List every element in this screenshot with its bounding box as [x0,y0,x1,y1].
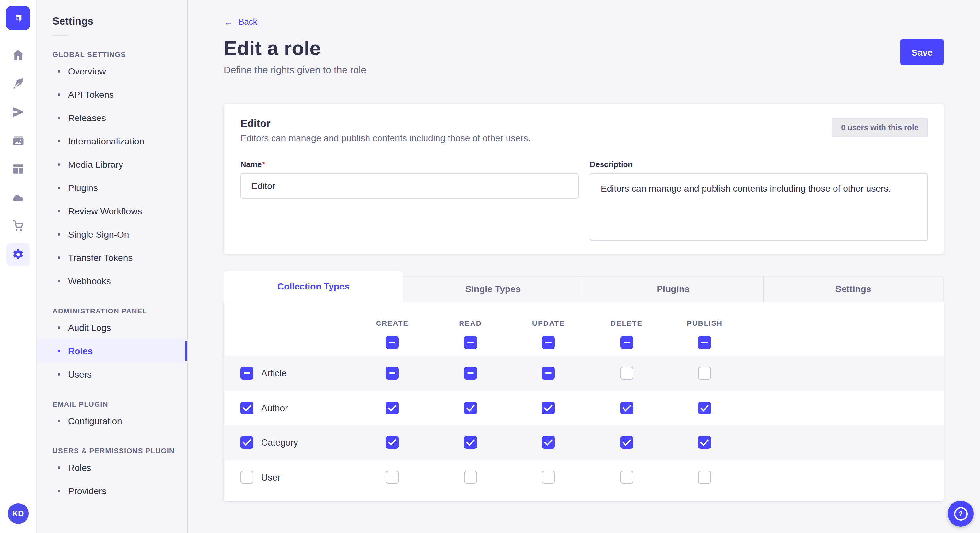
role-description-input[interactable]: Editors can manage and publish contents … [590,173,928,241]
bullet-dot [58,140,60,143]
row-checkbox-author[interactable] [240,401,253,414]
sidebar-item-api-tokens[interactable]: API Tokens [37,83,187,106]
sidebar-item-internationalization[interactable]: Internationalization [37,130,187,153]
checkbox-user-update[interactable] [542,471,555,484]
cart-icon[interactable] [10,218,26,234]
row-label: Article [261,368,286,379]
sidebar-item-providers[interactable]: Providers [37,479,187,503]
main-content: ← Back Edit a role Define the rights giv… [188,0,980,533]
sidebar-item-label: Overview [68,66,106,76]
sidebar-item-webhooks[interactable]: Webhooks [37,270,187,293]
sidebar-item-users[interactable]: Users [37,363,187,386]
page-header: Edit a role Define the rights given to t… [224,37,944,75]
column-header-delete: Delete [587,319,666,327]
checkbox-author-update[interactable] [542,401,555,414]
checkbox-author-publish[interactable] [698,401,711,414]
row-label: User [261,472,280,482]
checkbox-category-create[interactable] [386,436,399,449]
users-permissions-list: Roles Providers [37,456,187,503]
checkbox-category-delete[interactable] [620,436,633,449]
sidebar-item-label: Media Library [68,159,123,170]
master-checkbox-delete[interactable] [620,336,633,349]
sidebar-item-releases[interactable]: Releases [37,106,187,130]
section-administration-panel: ADMINISTRATION PANEL [52,307,187,315]
checkbox-article-update[interactable] [542,367,555,380]
bullet-dot [58,117,60,119]
rail-icon-list [6,36,30,262]
sidebar-item-roles-active[interactable]: Roles [37,339,187,363]
paper-plane-icon[interactable] [10,104,26,120]
sidebar-item-label: Webhooks [68,276,111,286]
email-plugin-list: Configuration [37,409,187,433]
sidebar-item-media-library[interactable]: Media Library [37,153,187,176]
sidebar-item-transfer-tokens[interactable]: Transfer Tokens [37,246,187,270]
page-title: Edit a role [224,37,366,60]
row-label: Author [261,403,288,413]
row-checkbox-user[interactable] [240,471,253,484]
tab-collection-types[interactable]: Collection Types [224,271,403,301]
sidebar-item-up-roles[interactable]: Roles [37,456,187,479]
sidebar-item-overview[interactable]: Overview [37,60,187,83]
checkbox-article-read[interactable] [464,367,477,380]
role-name-input[interactable] [240,173,579,198]
home-icon[interactable] [10,47,26,63]
master-checkbox-publish[interactable] [698,336,711,349]
checkbox-user-publish[interactable] [698,471,711,484]
gear-icon[interactable] [6,243,30,266]
checkbox-category-update[interactable] [542,436,555,449]
column-header-publish: Publish [666,319,744,327]
master-checkbox-read[interactable] [464,336,477,349]
checkbox-user-create[interactable] [386,471,399,484]
checkbox-author-create[interactable] [386,401,399,414]
help-button[interactable]: ? [948,501,974,527]
sidebar-item-audit-logs[interactable]: Audit Logs [37,316,187,339]
settings-sidebar: Settings GLOBAL SETTINGS Overview API To… [37,0,188,533]
sidebar-item-plugins[interactable]: Plugins [37,176,187,200]
bullet-dot [58,187,60,189]
sidebar-item-label: API Tokens [68,89,114,100]
sidebar-item-label: Roles [68,462,91,473]
row-checkbox-article[interactable] [240,367,253,380]
sidebar-item-review-workflows[interactable]: Review Workflows [37,200,187,223]
cloud-icon[interactable] [10,190,26,205]
checkbox-user-delete[interactable] [620,471,633,484]
sidebar-item-single-sign-on[interactable]: Single Sign-On [37,223,187,246]
sidebar-item-label: Providers [68,486,106,496]
sidebar-item-label: Internationalization [68,136,144,146]
media-library-icon[interactable] [10,133,26,148]
user-avatar[interactable]: KD [8,503,29,524]
checkbox-author-read[interactable] [464,401,477,414]
tab-plugins[interactable]: Plugins [583,276,763,301]
checkbox-article-publish[interactable] [698,367,711,380]
sidebar-item-configuration[interactable]: Configuration [37,409,187,433]
checkbox-article-create[interactable] [386,367,399,380]
tab-single-types[interactable]: Single Types [403,276,583,301]
master-checkbox-create[interactable] [386,336,399,349]
tab-settings[interactable]: Settings [763,276,944,301]
checkbox-category-publish[interactable] [698,436,711,449]
feather-icon[interactable] [10,76,26,91]
workspace-logo-box[interactable] [0,0,36,36]
back-link[interactable]: ← Back [224,17,257,27]
sidebar-item-label: Roles [68,346,93,356]
save-button[interactable]: Save [900,39,944,65]
column-header-create: Create [353,319,431,327]
section-email-plugin: EMAIL PLUGIN [52,400,187,408]
sidebar-item-label: Single Sign-On [68,229,129,240]
bullet-dot [58,163,60,166]
role-details-card: Editor Editors can manage and publish co… [224,103,944,254]
sidebar-item-label: Review Workflows [68,206,142,216]
question-icon: ? [954,507,967,520]
strapi-logo-glyph [11,11,25,25]
strapi-logo [6,5,30,30]
users-count-badge: 0 users with this role [831,117,928,137]
checkbox-article-delete[interactable] [620,367,633,380]
checkbox-category-read[interactable] [464,436,477,449]
nav-rail: KD [0,0,37,533]
role-name-heading: Editor [240,117,530,129]
row-checkbox-category[interactable] [240,436,253,449]
layout-icon[interactable] [10,161,26,177]
master-checkbox-update[interactable] [542,336,555,349]
checkbox-user-read[interactable] [464,471,477,484]
checkbox-author-delete[interactable] [620,401,633,414]
